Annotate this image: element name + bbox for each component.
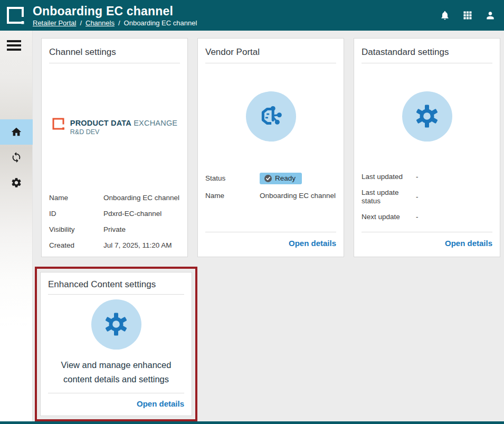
sidebar-nav — [0, 119, 33, 195]
breadcrumb-separator: / — [118, 19, 120, 27]
breadcrumb-channels[interactable]: Channels — [85, 19, 115, 27]
row-label: ID — [49, 210, 103, 218]
breadcrumb-separator: / — [80, 19, 82, 27]
brain-network-icon — [256, 102, 285, 130]
detail-row-name: Name Onboarding EC channel — [198, 188, 344, 204]
icon-circle — [402, 91, 452, 142]
row-value: - — [416, 213, 492, 221]
breadcrumb: Retailer Portal / Channels / Onboarding … — [33, 19, 197, 27]
window-bottom-border — [0, 421, 504, 424]
row-value: Pdxrd-EC-channel — [103, 210, 180, 218]
gear-icon — [103, 312, 129, 337]
detail-row-name: Name Onboarding EC channel — [42, 190, 187, 206]
sidebar-item-settings[interactable] — [0, 170, 33, 195]
card-title: Channel settings — [42, 39, 187, 63]
row-value: Onboarding EC channel — [260, 192, 336, 200]
check-circle-icon — [264, 175, 272, 182]
sidebar-item-sync[interactable] — [0, 145, 33, 170]
enhanced-content-settings-card: Enhanced Content settings — [40, 272, 192, 416]
row-label: Visibility — [49, 225, 103, 234]
logo-text: PRODUCT DATA EXCHANGE R&D DEV — [70, 117, 177, 136]
row-value: Onboarding EC channel — [103, 194, 180, 202]
gear-icon — [414, 103, 440, 129]
detail-row-last-updated: Last updated - — [354, 169, 500, 185]
datastandard-detail-rows: Last updated - Last update status - Next… — [354, 169, 500, 228]
detail-row-status: Status Ready — [198, 169, 344, 188]
row-label: Status — [205, 174, 260, 183]
icon-circle — [246, 91, 296, 142]
spacer — [198, 207, 344, 232]
status-badge: Ready — [260, 173, 302, 184]
open-details-link[interactable]: Open details — [137, 399, 184, 408]
gear-icon — [11, 177, 22, 189]
enhanced-link-row: Open details — [41, 393, 192, 416]
open-details-link[interactable]: Open details — [289, 239, 336, 248]
highlight-box: Enhanced Content settings — [35, 267, 197, 421]
row-value: Private — [103, 225, 180, 234]
sync-icon — [11, 152, 22, 163]
sidebar — [0, 31, 33, 421]
detail-row-created: Created Jul 7, 2025, 11:20 AM — [42, 238, 187, 253]
spacer — [41, 387, 192, 393]
header-titles: Onboarding EC channel Retailer Portal / … — [33, 4, 197, 27]
enhanced-icon-area — [41, 295, 192, 354]
channel-detail-rows: Name Onboarding EC channel ID Pdxrd-EC-c… — [42, 190, 187, 257]
bell-icon[interactable] — [440, 10, 450, 21]
vendor-detail-rows: Status Ready Name Onboarding EC channel — [198, 169, 344, 207]
open-details-link[interactable]: Open details — [445, 239, 492, 248]
breadcrumb-current: Onboarding EC channel — [124, 19, 197, 27]
row-label: Name — [205, 192, 260, 200]
status-badge-label: Ready — [275, 174, 296, 183]
channel-settings-card: Channel settings PRODUCT DATA EXCHANGE R… — [41, 38, 188, 257]
header-actions — [440, 10, 496, 21]
row-label: Last updated — [362, 173, 416, 181]
spacer — [354, 228, 500, 232]
datastandard-icon-area — [354, 63, 500, 169]
breadcrumb-retailer-portal[interactable]: Retailer Portal — [33, 19, 76, 27]
card-title: Vendor Portal — [198, 39, 344, 63]
vendor-link-row: Open details — [198, 232, 344, 257]
logo-subtitle: R&D DEV — [70, 128, 177, 136]
app-screen: Onboarding EC channel Retailer Portal / … — [0, 0, 504, 424]
row-label: Name — [49, 194, 103, 202]
pdx-square-logo — [5, 5, 26, 26]
card-title: Datastandard settings — [354, 39, 500, 63]
logo-name-bold: PRODUCT DATA — [70, 119, 131, 127]
detail-row-visibility: Visibility Private — [42, 222, 187, 238]
hamburger-menu-icon[interactable] — [7, 40, 21, 51]
product-data-exchange-logo: PRODUCT DATA EXCHANGE R&D DEV — [52, 117, 177, 136]
card-title: Enhanced Content settings — [41, 272, 192, 294]
row-value: - — [416, 193, 492, 201]
app-header: Onboarding EC channel Retailer Portal / … — [0, 0, 504, 31]
user-icon[interactable] — [485, 10, 496, 21]
row-label: Last update status — [362, 189, 416, 205]
detail-row-last-update-status: Last update status - — [354, 185, 500, 209]
icon-circle — [91, 299, 141, 350]
row-value: - — [416, 173, 492, 181]
pdx-square-logo-orange — [52, 117, 66, 131]
page-title: Onboarding EC channel — [33, 4, 197, 18]
detail-row-next-update: Next update - — [354, 209, 500, 225]
row-value: Jul 7, 2025, 11:20 AM — [103, 241, 180, 250]
row-label: Created — [49, 241, 103, 250]
logo-name-light: EXCHANGE — [134, 119, 177, 127]
datastandard-settings-card: Datastandard settings — [354, 38, 500, 257]
detail-row-id: ID Pdxrd-EC-channel — [42, 206, 187, 222]
sidebar-item-home[interactable] — [0, 119, 33, 145]
datastandard-link-row: Open details — [354, 232, 500, 257]
card-description: View and manage enhanced content details… — [41, 354, 192, 387]
home-icon — [11, 126, 22, 138]
row-label: Next update — [362, 213, 416, 221]
channel-logo-area: PRODUCT DATA EXCHANGE R&D DEV — [42, 63, 187, 190]
vendor-icon-area — [198, 63, 344, 169]
vendor-portal-card: Vendor Portal — [197, 38, 344, 257]
apps-grid-icon[interactable] — [462, 10, 473, 21]
